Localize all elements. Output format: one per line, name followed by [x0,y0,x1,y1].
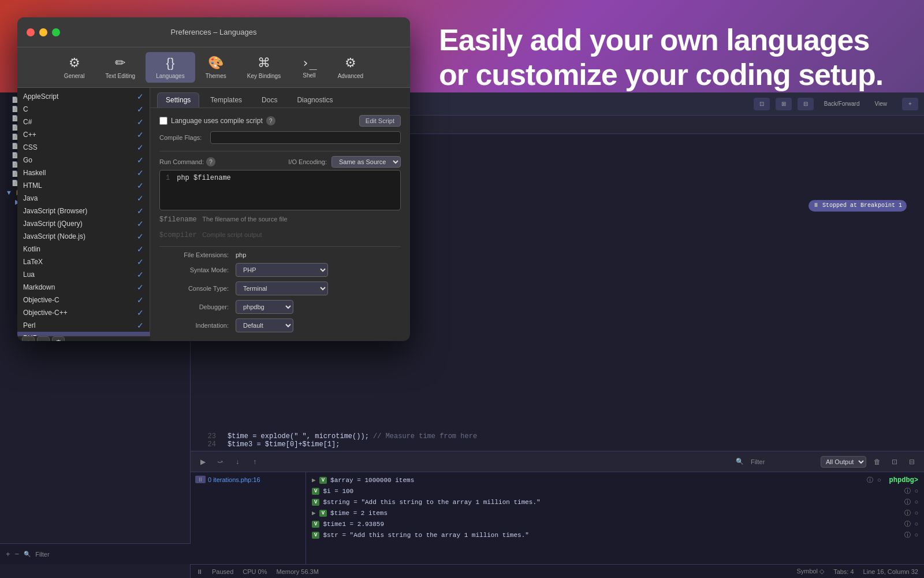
toolbar-key-bindings[interactable]: ⌘ Key Bindings [237,52,291,83]
debug-breakpoint-icon: ⏸ [195,476,206,483]
edit-script-button[interactable]: Edit Script [359,115,401,127]
indentation-row: Indentation: Default [159,318,401,332]
lang-item-php[interactable]: PHP ✓ [17,332,150,336]
compile-help-icon[interactable]: ? [266,116,275,125]
lang-item-cpp[interactable]: C++ ✓ [17,128,150,141]
tab-diagnostics[interactable]: Diagnostics [288,92,341,108]
general-icon: ⚙ [69,55,80,71]
step-over-button[interactable]: ⤻ [214,455,226,468]
view-button[interactable]: ⊟ [798,98,814,110]
toolbar-advanced[interactable]: ⚙ Advanced [327,52,374,83]
memory-label: Memory 56.3M [277,568,319,575]
lang-item-lua[interactable]: Lua ✓ [17,268,150,281]
lang-name: C++ [23,131,36,139]
maximize-button[interactable] [52,28,60,36]
lang-check: ✓ [137,105,144,114]
debug-variables: ▶ V $array = 1000000 items ⓘ ○ phpdbg> V… [306,472,924,578]
settings-gear-button[interactable]: ⚙ [52,336,65,341]
text-editing-icon: ✏ [115,55,125,71]
lang-item-html[interactable]: HTML ✓ [17,179,150,192]
lang-item-perl[interactable]: Perl ✓ [17,319,150,332]
filter-icon-debug: 🔍 [736,458,744,465]
split-view-button[interactable]: ⊡ [754,98,770,110]
lang-check: ✓ [137,244,144,254]
debugger-select[interactable]: phpdbg [236,300,293,314]
symbol-label[interactable]: Symbol ◇ [796,568,824,575]
v-badge: V [312,521,319,528]
file-extensions-label: File Extensions: [159,251,229,258]
back-forward-label: Back/Forward [824,101,860,107]
lang-item-java[interactable]: Java ✓ [17,192,150,205]
play-button[interactable]: ▶ [196,455,209,468]
tab-templates[interactable]: Templates [202,92,251,108]
run-command-editor[interactable]: 1 php $filename [159,170,401,210]
compile-script-checkbox[interactable] [159,117,167,125]
compile-flags-input[interactable] [210,131,401,144]
output-filter-select[interactable]: All Output [821,456,866,468]
var-filename-desc: The filename of the source file [202,216,287,223]
preferences-window: Preferences – Languages ⚙ General ✏ Text… [17,17,410,341]
toolbar-text-editing[interactable]: ✏ Text Editing [95,52,146,83]
lang-item-applescript[interactable]: AppleScript ✓ [17,90,150,103]
step-up-button[interactable]: ↑ [248,455,261,468]
lang-item-objcpp[interactable]: Objective-C++ ✓ [17,306,150,319]
toolbar-advanced-label: Advanced [338,73,363,79]
lang-item-kotlin[interactable]: Kotlin ✓ [17,243,150,255]
add-item-button[interactable]: + [6,550,10,558]
tab-docs[interactable]: Docs [253,92,286,108]
folder-expand-icon: ▼ [6,189,12,196]
var-actions: ⓘ ○ [904,509,918,517]
layout-debug-button[interactable]: ⊡ [888,455,901,468]
lang-name: Kotlin [23,245,40,253]
lang-item-css[interactable]: CSS ✓ [17,141,150,154]
add-language-button[interactable]: + [22,336,35,341]
debug-toolbar: ▶ ⤻ ↓ ↑ 🔍 Filter All Output 🗑 ⊡ ⊟ [191,451,924,472]
lang-item-js-jquery[interactable]: JavaScript (jQuery) ✓ [17,217,150,230]
lang-check: ✓ [137,232,144,241]
minimize-button[interactable] [39,28,47,36]
toolbar-languages[interactable]: {} Languages [146,52,195,83]
layout-button[interactable]: ⊞ [776,98,792,110]
file-extensions-value: php [236,251,401,258]
run-help-icon[interactable]: ? [206,157,215,166]
io-encoding-select[interactable]: Same as Source [331,156,401,168]
lang-item-c[interactable]: C ✓ [17,103,150,116]
lang-check: ✓ [137,92,144,101]
window-controls [27,28,60,36]
run-command-row: Run Command: ? I/O Encoding: Same as Sou… [159,156,401,168]
var-string: $string = "Add this string to the array … [323,499,540,506]
expand-time-icon[interactable]: ▶ [312,509,316,517]
expand-array-icon[interactable]: ▶ [312,476,316,484]
remove-language-button[interactable]: − [37,336,50,341]
lang-name: Java [23,194,38,202]
lang-item-latex[interactable]: LaTeX ✓ [17,255,150,268]
lang-name: JavaScript (Node.js) [23,232,85,240]
lang-item-js-browser[interactable]: JavaScript (Browser) ✓ [17,205,150,217]
tab-settings[interactable]: Settings [157,92,199,108]
var-time1: $time1 = 2.93859 [323,521,384,528]
remove-item-button[interactable]: − [15,550,20,558]
lang-item-objc[interactable]: Objective-C ✓ [17,294,150,306]
lang-item-js-nodejs[interactable]: JavaScript (Node.js) ✓ [17,230,150,243]
toolbar-themes[interactable]: 🎨 Themes [195,52,237,83]
filter-icon: 🔍 [24,551,31,557]
close-button[interactable] [27,28,35,36]
run-line-number: 1 [166,174,170,182]
var-compiler-desc: Compile script output [202,231,262,238]
indentation-select[interactable]: Default [236,318,293,332]
clear-debug-button[interactable]: 🗑 [871,455,884,468]
lang-item-haskell[interactable]: Haskell ✓ [17,166,150,179]
toolbar-shell[interactable]: ›_ Shell [291,52,327,83]
lang-item-go[interactable]: Go ✓ [17,154,150,166]
tabs-label[interactable]: Tabs: 4 [833,568,854,575]
expand-debug-button[interactable]: ⊟ [906,455,918,468]
lang-item-csharp[interactable]: C# ✓ [17,116,150,128]
lang-item-markdown[interactable]: Markdown ✓ [17,281,150,294]
add-tab-button[interactable]: + [902,98,918,110]
console-type-select[interactable]: Terminal [236,281,328,295]
lang-name: Markdown [23,283,55,291]
syntax-mode-select[interactable]: PHP [236,263,328,277]
var-i: $i = 100 [323,488,353,495]
step-down-button[interactable]: ↓ [231,455,244,468]
toolbar-general[interactable]: ⚙ General [54,52,95,83]
